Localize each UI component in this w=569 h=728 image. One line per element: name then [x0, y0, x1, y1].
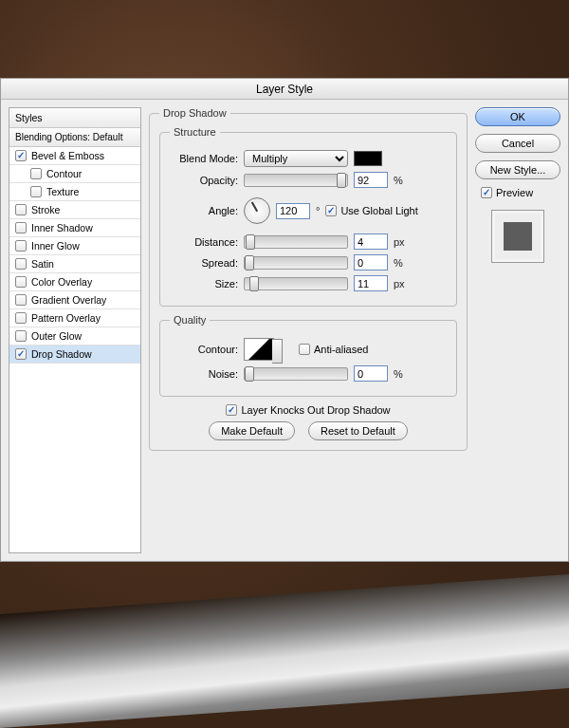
ok-button[interactable]: OK — [475, 107, 560, 126]
preview-swatch — [504, 222, 532, 251]
use-global-light-checkbox[interactable]: Use Global Light — [325, 205, 417, 216]
sidebar-item-label: Texture — [46, 186, 79, 197]
blend-mode-row: Blend Mode: Multiply — [170, 150, 447, 167]
checkbox-icon — [15, 240, 27, 252]
size-unit: px — [394, 278, 405, 289]
sidebar-item-stroke[interactable]: Stroke — [9, 201, 140, 219]
sidebar-item-label: Satin — [31, 258, 54, 270]
spread-label: Spread: — [170, 257, 238, 269]
checkbox-icon — [15, 348, 27, 360]
settings-pane: Drop Shadow Structure Blend Mode: Multip… — [149, 107, 468, 553]
sidebar-item-label: Stroke — [31, 204, 60, 215]
drop-shadow-group: Drop Shadow Structure Blend Mode: Multip… — [149, 107, 468, 451]
layer-style-dialog: Layer Style Styles Blending Options: Def… — [0, 78, 569, 562]
contour-row: Contour: Anti-aliased — [170, 338, 447, 361]
structure-group: Structure Blend Mode: Multiply Opacity: … — [159, 126, 457, 307]
sidebar-item-texture[interactable]: Texture — [9, 183, 140, 201]
preview-label: Preview — [496, 187, 533, 198]
checkbox-icon — [15, 294, 27, 306]
checkbox-icon — [30, 186, 42, 197]
layer-knocks-out-checkbox[interactable]: Layer Knocks Out Drop Shadow — [226, 404, 390, 416]
sidebar-item-label: Gradient Overlay — [31, 294, 106, 306]
blend-mode-select[interactable]: Multiply — [244, 150, 348, 167]
quality-group: Quality Contour: Anti-aliased Noise: — [159, 314, 457, 397]
reset-to-default-button[interactable]: Reset to Default — [308, 421, 408, 440]
distance-input[interactable] — [354, 233, 388, 250]
dialog-title: Layer Style — [1, 79, 568, 100]
checkbox-icon — [325, 205, 337, 216]
opacity-row: Opacity: % — [170, 172, 447, 188]
noise-row: Noise: % — [170, 365, 447, 382]
checkbox-icon — [226, 404, 237, 416]
opacity-unit: % — [394, 175, 403, 186]
distance-unit: px — [394, 236, 405, 248]
distance-slider[interactable] — [244, 235, 348, 249]
preview-checkbox[interactable]: Preview — [481, 187, 533, 198]
contour-picker[interactable] — [244, 338, 274, 361]
size-slider[interactable] — [244, 277, 348, 290]
sidebar-item-label: Inner Shadow — [31, 222, 93, 233]
styles-sidebar: Styles Blending Options: Default Bevel &… — [9, 107, 141, 553]
sidebar-item-label: Color Overlay — [31, 276, 92, 288]
sidebar-item-color-overlay[interactable]: Color Overlay — [9, 273, 140, 291]
make-default-button[interactable]: Make Default — [209, 421, 295, 440]
sidebar-item-label: Outer Glow — [31, 330, 82, 342]
anti-aliased-checkbox[interactable]: Anti-aliased — [299, 344, 368, 355]
drop-shadow-legend: Drop Shadow — [159, 107, 230, 119]
sidebar-item-outer-glow[interactable]: Outer Glow — [9, 327, 140, 345]
spread-unit: % — [394, 257, 403, 269]
sidebar-item-inner-glow[interactable]: Inner Glow — [9, 237, 140, 255]
checkbox-icon — [15, 258, 27, 270]
contour-label: Contour: — [170, 344, 238, 355]
dialog-actions: OK Cancel New Style... Preview — [475, 107, 560, 553]
checkbox-icon — [15, 204, 27, 215]
new-style-button[interactable]: New Style... — [475, 160, 560, 179]
checkbox-icon — [15, 150, 27, 161]
size-label: Size: — [170, 278, 238, 289]
noise-input[interactable] — [354, 365, 388, 382]
sidebar-item-inner-shadow[interactable]: Inner Shadow — [9, 219, 140, 237]
size-input[interactable] — [354, 275, 388, 291]
noise-slider[interactable] — [244, 367, 348, 381]
noise-unit: % — [394, 368, 403, 380]
cancel-button[interactable]: Cancel — [475, 134, 560, 153]
distance-label: Distance: — [170, 236, 238, 248]
angle-unit: ° — [316, 205, 320, 216]
sidebar-item-contour[interactable]: Contour — [9, 165, 140, 183]
opacity-input[interactable] — [354, 172, 388, 188]
sidebar-item-label: Pattern Overlay — [31, 312, 101, 324]
sidebar-item-label: Contour — [46, 168, 82, 179]
sidebar-item-pattern-overlay[interactable]: Pattern Overlay — [9, 309, 140, 327]
spread-row: Spread: % — [170, 254, 447, 271]
opacity-slider[interactable] — [244, 174, 348, 187]
sidebar-item-drop-shadow[interactable]: Drop Shadow — [9, 345, 140, 364]
noise-label: Noise: — [170, 368, 238, 380]
checkbox-icon — [15, 330, 27, 342]
sidebar-header-styles[interactable]: Styles — [9, 108, 140, 128]
sidebar-item-label: Bevel & Emboss — [31, 150, 104, 161]
spread-input[interactable] — [354, 254, 388, 271]
checkbox-icon — [15, 222, 27, 233]
sidebar-item-satin[interactable]: Satin — [9, 255, 140, 273]
sidebar-item-gradient-overlay[interactable]: Gradient Overlay — [9, 291, 140, 309]
angle-dial[interactable] — [244, 197, 270, 224]
angle-input[interactable] — [276, 203, 310, 219]
angle-row: Angle: ° Use Global Light — [170, 197, 447, 224]
anti-aliased-label: Anti-aliased — [314, 344, 368, 355]
spread-slider[interactable] — [244, 256, 348, 270]
angle-label: Angle: — [170, 205, 238, 216]
preview-thumbnail — [491, 210, 544, 263]
sidebar-item-label: Drop Shadow — [31, 348, 92, 360]
layer-knocks-out-label: Layer Knocks Out Drop Shadow — [241, 404, 390, 416]
size-row: Size: px — [170, 275, 447, 291]
distance-row: Distance: px — [170, 233, 447, 250]
sidebar-blending-options[interactable]: Blending Options: Default — [9, 128, 140, 147]
use-global-light-label: Use Global Light — [340, 205, 417, 216]
quality-legend: Quality — [170, 314, 210, 326]
checkbox-icon — [299, 344, 310, 355]
sidebar-item-bevel-emboss[interactable]: Bevel & Emboss — [9, 147, 140, 165]
opacity-label: Opacity: — [170, 175, 238, 186]
structure-legend: Structure — [170, 126, 220, 138]
shadow-color-swatch[interactable] — [354, 151, 382, 166]
checkbox-icon — [30, 168, 42, 179]
